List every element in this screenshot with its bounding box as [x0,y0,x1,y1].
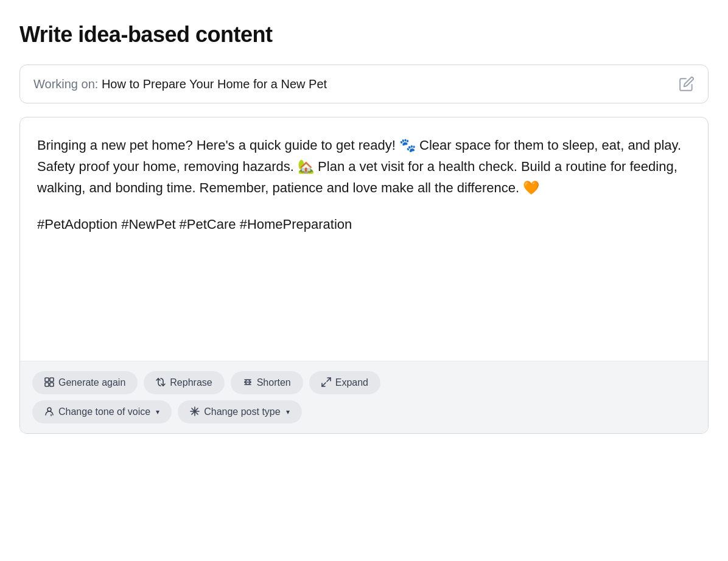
action-rows: Generate again Rephrase [32,371,380,423]
svg-rect-3 [50,383,54,386]
change-post-type-icon [190,406,200,417]
content-hashtags: #PetAdoption #NewPet #PetCare #HomePrepa… [37,214,691,235]
action-row-2: Change tone of voice ▾ Change post type … [32,400,380,423]
change-tone-label: Change tone of voice [58,406,150,417]
generate-again-button[interactable]: Generate again [32,371,138,394]
expand-button[interactable]: Expand [309,371,380,394]
action-row-1: Generate again Rephrase [32,371,380,394]
svg-line-7 [327,378,331,382]
change-tone-button[interactable]: Change tone of voice ▾ [32,400,172,423]
generate-again-icon [44,377,54,388]
change-post-type-chevron: ▾ [286,408,290,416]
content-paragraph: Bringing a new pet home? Here's a quick … [37,134,691,199]
shorten-label: Shorten [257,377,291,388]
working-on-bar: Working on: How to Prepare Your Home for… [19,64,709,103]
change-post-type-button[interactable]: Change post type ▾ [178,400,301,423]
page-title: Write idea-based content [19,22,709,47]
expand-label: Expand [335,377,368,388]
rephrase-icon [156,377,166,388]
shorten-button[interactable]: Shorten [231,371,303,394]
svg-line-8 [322,383,326,386]
shorten-icon [243,377,253,388]
expand-icon [321,377,331,388]
content-body: Bringing a new pet home? Here's a quick … [20,117,708,361]
action-bar: Generate again Rephrase [20,361,708,433]
edit-icon[interactable] [679,76,695,92]
svg-rect-1 [50,378,54,382]
change-tone-icon [44,406,54,417]
rephrase-label: Rephrase [170,377,212,388]
generate-again-label: Generate again [58,377,125,388]
working-on-topic: How to Prepare Your Home for a New Pet [102,77,327,91]
change-tone-chevron: ▾ [156,408,159,416]
svg-rect-0 [45,378,49,382]
working-on-label: Working on: How to Prepare Your Home for… [33,77,327,91]
rephrase-button[interactable]: Rephrase [144,371,224,394]
svg-point-9 [47,408,51,411]
change-post-type-label: Change post type [204,406,280,417]
content-card: Bringing a new pet home? Here's a quick … [19,117,709,434]
svg-rect-2 [45,383,49,386]
